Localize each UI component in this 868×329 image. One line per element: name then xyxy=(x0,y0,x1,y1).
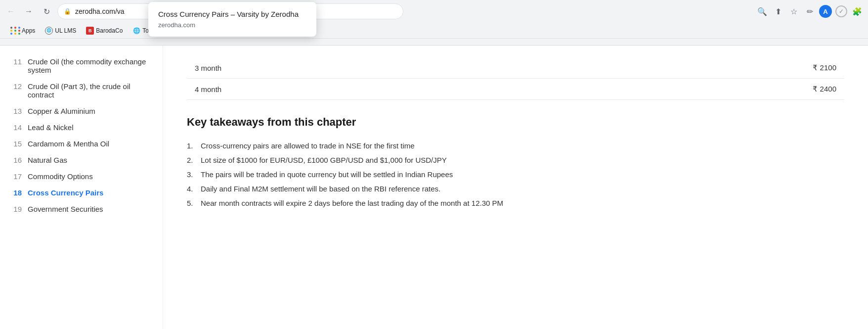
takeaway-2: 2. Lot size of $1000 for EUR/USD, £1000 … xyxy=(187,153,844,167)
sidebar-num-15: 15 xyxy=(10,140,22,148)
sidebar-label-14: Lead & Nickel xyxy=(28,123,74,132)
circle-check-icon: ✓ xyxy=(835,5,847,17)
sidebar-label-18: Cross Currency Pairs xyxy=(28,188,103,197)
takeaway-num-3: 3. xyxy=(187,170,197,179)
sidebar-item-11[interactable]: 11 Crude Oil (the commodity exchange sys… xyxy=(8,53,155,78)
bookmarks-bar: Apps 🌐 UL LMS B BarodaCo 🌐 To U... 🌐 htt… xyxy=(0,23,868,39)
forward-button[interactable]: → xyxy=(22,4,36,18)
takeaway-num-2: 2. xyxy=(187,156,197,164)
sidebar-num-17: 17 xyxy=(10,172,22,181)
profile-btn[interactable]: A xyxy=(819,4,832,18)
sidebar-num-12: 12 xyxy=(10,82,22,91)
profile-avatar: A xyxy=(819,5,832,18)
bookmark-ul-lms[interactable]: 🌐 UL LMS xyxy=(41,25,80,37)
sidebar-item-15[interactable]: 15 Cardamom & Mentha Oil xyxy=(8,136,155,152)
takeaway-1: 1. Cross-currency pairs are allowed to t… xyxy=(187,139,844,153)
world-icon: 🌐 xyxy=(45,27,53,35)
sidebar-item-19[interactable]: 19 Government Securities xyxy=(8,201,155,217)
toolbar-icons: 🔍 ⬆ ☆ ✏ A ✓ 🧩 xyxy=(755,4,864,18)
sidebar-num-11: 11 xyxy=(10,57,22,66)
takeaway-num-1: 1. xyxy=(187,141,197,150)
period-cell-2: 4 month xyxy=(187,79,529,100)
sidebar-item-14[interactable]: 14 Lead & Nickel xyxy=(8,119,155,136)
sidebar-label-12: Crude Oil (Part 3), the crude oil contra… xyxy=(28,82,153,99)
period-table: 3 month ₹ 2100 4 month ₹ 2400 xyxy=(187,57,844,100)
sidebar-label-11: Crude Oil (the commodity exchange system xyxy=(28,57,153,74)
sidebar-item-13[interactable]: 13 Copper & Aluminium xyxy=(8,103,155,119)
baroda-label: BarodaCo xyxy=(96,27,123,34)
table-row: 4 month ₹ 2400 xyxy=(187,79,844,100)
bookmark-apps[interactable]: Apps xyxy=(8,25,39,37)
extensions-btn[interactable]: 🧩 xyxy=(850,4,864,18)
tab-tooltip-popup: Cross Currency Pairs – Varsity by Zerodh… xyxy=(148,2,316,37)
takeaway-text-3: The pairs will be traded in quote curren… xyxy=(201,170,453,179)
table-row: 3 month ₹ 2100 xyxy=(187,57,844,79)
sidebar-num-18: 18 xyxy=(10,188,22,197)
apps-label: Apps xyxy=(22,27,35,34)
sidebar-label-17: Commodity Options xyxy=(28,172,93,181)
sidebar-item-16[interactable]: 16 Natural Gas xyxy=(8,152,155,168)
tooltip-title: Cross Currency Pairs – Varsity by Zerodh… xyxy=(158,10,306,18)
sidebar-num-19: 19 xyxy=(10,205,22,213)
ul-lms-label: UL LMS xyxy=(55,27,76,34)
amount-cell-1: ₹ 2100 xyxy=(529,57,844,79)
amount-cell-2: ₹ 2400 xyxy=(529,79,844,100)
back-button[interactable]: ← xyxy=(4,4,18,18)
sidebar-num-14: 14 xyxy=(10,123,22,132)
takeaway-5: 5. Near month contracts will expire 2 da… xyxy=(187,196,844,210)
lock-icon: 🔒 xyxy=(64,8,71,15)
sidebar-item-12[interactable]: 12 Crude Oil (Part 3), the crude oil con… xyxy=(8,78,155,103)
circle-check-btn[interactable]: ✓ xyxy=(834,4,848,18)
main-content: 3 month ₹ 2100 4 month ₹ 2400 Key takeaw… xyxy=(163,46,868,329)
bookmark-baroda[interactable]: B BarodaCo xyxy=(82,25,127,37)
reload-button[interactable]: ↻ xyxy=(40,4,53,18)
takeaway-text-2: Lot size of $1000 for EUR/USD, £1000 GBP… xyxy=(201,156,447,164)
takeaway-num-4: 4. xyxy=(187,185,197,193)
section-heading: Key takeaways from this chapter xyxy=(187,116,844,129)
bookmark-star-btn[interactable]: ☆ xyxy=(787,4,801,18)
takeaway-list: 1. Cross-currency pairs are allowed to t… xyxy=(187,139,844,210)
sidebar-label-15: Cardamom & Mentha Oil xyxy=(28,140,109,148)
takeaway-text-4: Daily and Final M2M settlement will be b… xyxy=(201,185,440,193)
sidebar-num-16: 16 xyxy=(10,156,22,164)
takeaway-text-1: Cross-currency pairs are allowed to trad… xyxy=(201,141,415,150)
sidebar-label-13: Copper & Aluminium xyxy=(28,107,95,115)
share-icon-btn[interactable]: ⬆ xyxy=(771,4,785,18)
takeaway-num-5: 5. xyxy=(187,199,197,207)
sidebar-label-19: Government Securities xyxy=(28,205,103,213)
to-u-icon: 🌐 xyxy=(132,27,140,35)
page-content: 11 Crude Oil (the commodity exchange sys… xyxy=(0,46,868,329)
tooltip-url: zerodha.com xyxy=(158,21,306,29)
pen-icon-btn[interactable]: ✏ xyxy=(803,4,817,18)
sidebar-num-13: 13 xyxy=(10,107,22,115)
takeaway-text-5: Near month contracts will expire 2 days … xyxy=(201,199,503,207)
takeaway-4: 4. Daily and Final M2M settlement will b… xyxy=(187,182,844,196)
search-icon-btn[interactable]: 🔍 xyxy=(755,4,769,18)
baroda-icon: B xyxy=(86,27,94,35)
sidebar-label-16: Natural Gas xyxy=(28,156,67,164)
sidebar-item-17[interactable]: 17 Commodity Options xyxy=(8,168,155,185)
period-cell-1: 3 month xyxy=(187,57,529,79)
apps-grid-icon xyxy=(12,27,20,35)
sidebar: 11 Crude Oil (the commodity exchange sys… xyxy=(0,46,163,329)
sidebar-item-18[interactable]: 18 Cross Currency Pairs xyxy=(8,185,155,201)
takeaway-3: 3. The pairs will be traded in quote cur… xyxy=(187,167,844,182)
url-text: zerodha.com/va xyxy=(75,7,125,15)
